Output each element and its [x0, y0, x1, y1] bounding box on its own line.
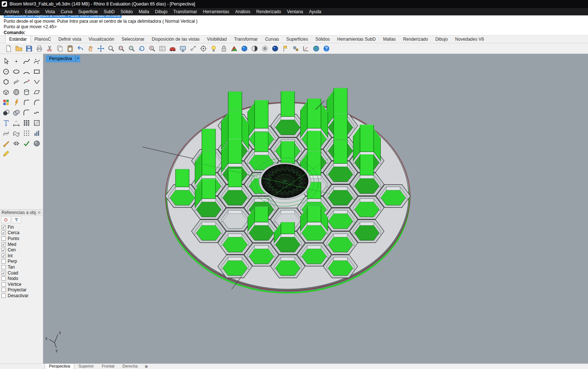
osnap-cen[interactable]: ✓Cen [0, 247, 43, 253]
osnap-cen-checkbox[interactable]: ✓ [1, 248, 6, 252]
tool-dimension-button[interactable] [11, 118, 21, 128]
flag-button[interactable] [282, 45, 289, 52]
osnap-cerca-checkbox[interactable]: ✓ [1, 230, 6, 235]
copy-button[interactable] [56, 45, 64, 52]
command-area[interactable]: Seleccione los objetos a mover. Pulse In… [0, 15, 588, 36]
gear-icon[interactable] [37, 210, 41, 215]
tool-polygon-button[interactable] [1, 77, 11, 87]
tool-extend-curve-button[interactable] [22, 77, 31, 87]
toolbar-tab-novedades-v8[interactable]: Novedades V8 [451, 36, 488, 43]
toolbar-tab-mallas[interactable]: Mallas [379, 36, 399, 43]
tool-mirror-button[interactable] [11, 139, 21, 148]
zoom-window-button[interactable] [118, 45, 125, 52]
toolbar-tab-definir-vista[interactable]: Definir vista [55, 36, 85, 43]
tool-explode-button[interactable] [11, 97, 21, 107]
new-viewport-tab-button[interactable]: ⊕ [142, 364, 151, 369]
zoom-dynamic-button[interactable] [107, 45, 115, 52]
osnap-cuad[interactable]: ✓Cuad [0, 270, 43, 276]
tool-check-selection-button[interactable] [22, 139, 31, 148]
zoom-selected-button[interactable] [148, 45, 156, 52]
menu-herramientas[interactable]: Herramientas [200, 8, 232, 15]
layers-table-button[interactable] [159, 45, 166, 52]
osnap-tan[interactable]: Tan [0, 264, 43, 270]
tool-curve-interpolated-button[interactable] [22, 56, 31, 66]
command-prompt[interactable]: Comando: [4, 30, 588, 36]
tool-arc-button[interactable] [22, 67, 31, 77]
toolbar-tab-disposicion-de-las-vistas[interactable]: Disposición de las vistas [148, 36, 204, 43]
rotate-view-button[interactable] [138, 45, 146, 52]
tool-fillet-curve-button[interactable] [22, 108, 31, 118]
save-button[interactable] [25, 45, 33, 52]
tool-paintbrush-button[interactable] [1, 139, 11, 148]
tool-shaded-sphere-button[interactable] [32, 139, 42, 148]
menu-subd[interactable]: SubD [101, 8, 118, 15]
menu-archivo[interactable]: Archivo [1, 8, 22, 15]
toolbar-tab-seleccionar[interactable]: Seleccionar [118, 36, 148, 43]
pan-view-button[interactable] [87, 45, 94, 52]
osnap-desactivar[interactable]: Desactivar [0, 293, 43, 299]
viewport-tab-frontal[interactable]: Frontal [98, 364, 118, 369]
render-half-button[interactable] [251, 45, 258, 52]
tool-point-button[interactable] [11, 56, 21, 66]
tool-drape-surface-button[interactable] [11, 128, 21, 138]
tool-select-arrow-button[interactable] [1, 56, 11, 66]
render-circle-button[interactable] [241, 45, 248, 52]
viewport-tab-derecha[interactable]: Derecha [118, 364, 142, 369]
open-file-button[interactable] [15, 45, 23, 52]
osnap-fin[interactable]: ✓Fin [0, 224, 43, 230]
zoom-extents-button[interactable] [128, 45, 135, 52]
viewport-menu-arrow-icon[interactable]: ▾ [75, 55, 81, 62]
new-file-button[interactable] [5, 45, 12, 52]
toolbar-tab-dibujo[interactable]: Dibujo [432, 36, 451, 43]
menu-transformar[interactable]: Transformar [170, 8, 200, 15]
viewport-tab-superior[interactable]: Superior [74, 364, 98, 369]
osnap-perp-checkbox[interactable] [1, 259, 6, 263]
menu-superficie[interactable]: Superficie [75, 8, 101, 15]
toolbar-tab-visibilidad[interactable]: Visibilidad [203, 36, 230, 43]
paste-button[interactable] [66, 45, 74, 52]
tool-rectangle-button[interactable] [32, 67, 42, 77]
tool-text-button[interactable] [1, 118, 11, 128]
toolbar-tab-superficies[interactable]: Superficies [283, 36, 312, 43]
tool-curve-control-points-button[interactable] [32, 56, 42, 66]
tool-array-rectangular-button[interactable] [22, 118, 31, 128]
menu-vista[interactable]: Vista [42, 8, 57, 15]
osnap-vertice[interactable]: Vértice [0, 281, 43, 287]
lock-button[interactable] [220, 45, 228, 52]
menu-analisis[interactable]: Análisis [232, 8, 253, 15]
tool-fillet-edge-button[interactable] [22, 97, 31, 107]
viewport-tab-perspectiva[interactable]: Perspectiva [45, 364, 74, 369]
earth-geolocation-button[interactable] [312, 45, 320, 52]
osnap-nodo-checkbox[interactable] [1, 276, 6, 281]
menu-ayuda[interactable]: Ayuda [306, 8, 324, 15]
toolbar-tab-curvas[interactable]: Curvas [261, 36, 283, 43]
toolbar-tab-estandar[interactable]: Estándar [5, 35, 31, 43]
toolbar-tab-planosc[interactable]: PlanosC [31, 36, 55, 43]
tool-boolean-difference-button[interactable] [1, 108, 11, 118]
menu-edicion[interactable]: Edición [22, 8, 42, 15]
toolbar-tab-renderizado[interactable]: Renderizado [399, 36, 432, 43]
osnap-punto-checkbox[interactable] [1, 236, 6, 241]
viewport-perspective[interactable]: zxy Perspectiva ▾ [43, 54, 588, 364]
menu-ventana[interactable]: Ventana [284, 8, 306, 15]
tool-sphere-button[interactable] [11, 87, 21, 97]
tool-sweep-pencil-button[interactable] [1, 149, 11, 159]
toolbar-tab-solidos[interactable]: Sólidos [312, 36, 333, 43]
tool-point-grid-button[interactable] [22, 128, 31, 138]
osnap-proyectar-checkbox[interactable] [1, 288, 6, 292]
print-button[interactable] [36, 45, 43, 52]
lightbulb-button[interactable] [210, 45, 217, 52]
toolbar-tab-transformar[interactable]: Transformar [230, 36, 261, 43]
target-osnap-button[interactable] [200, 45, 207, 52]
osnap-med[interactable]: ✓Med [0, 241, 43, 247]
tool-offset-curve-button[interactable] [11, 77, 21, 87]
osnap-cerca[interactable]: ✓Cerca [0, 230, 43, 236]
car-display-button[interactable] [169, 45, 176, 52]
scale-tool-button[interactable] [302, 45, 310, 52]
monitor-view-button[interactable] [179, 45, 187, 52]
raytrace-button[interactable] [261, 45, 269, 52]
osnap-cuad-checkbox[interactable]: ✓ [1, 271, 6, 275]
osnap-med-checkbox[interactable]: ✓ [1, 242, 6, 247]
osnap-perp[interactable]: Perp [0, 259, 43, 265]
menu-malla[interactable]: Malla [136, 8, 152, 15]
